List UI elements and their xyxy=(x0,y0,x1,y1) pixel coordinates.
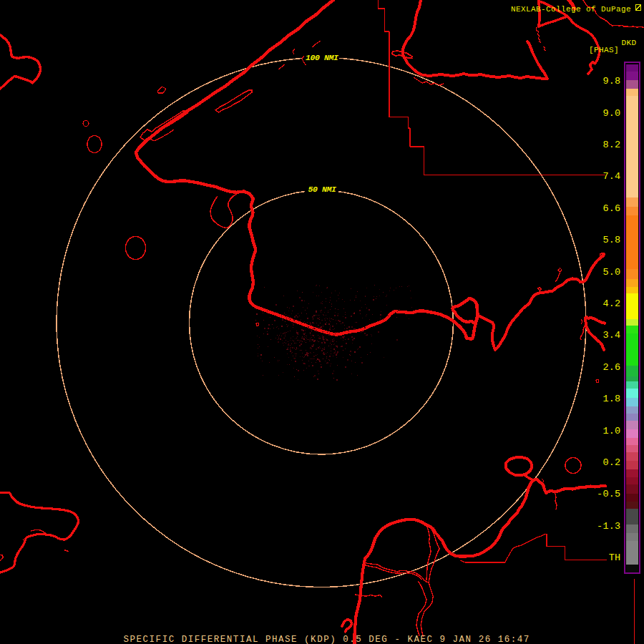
svg-text:1.0: 1.0 xyxy=(602,426,620,436)
svg-text:7.4: 7.4 xyxy=(602,171,620,182)
svg-text:[PHAS]: [PHAS] xyxy=(589,46,619,54)
svg-text:6.6: 6.6 xyxy=(602,203,620,214)
svg-text:TH: TH xyxy=(609,552,621,563)
svg-text:9.0: 9.0 xyxy=(602,108,620,119)
svg-text:DKD: DKD xyxy=(622,39,637,47)
svg-text:NEXLAB-College of DuPage: NEXLAB-College of DuPage xyxy=(511,5,631,14)
svg-text:3.4: 3.4 xyxy=(602,330,620,341)
svg-text:1.8: 1.8 xyxy=(602,394,620,404)
svg-text:2.6: 2.6 xyxy=(602,362,620,373)
svg-text:8.2: 8.2 xyxy=(602,140,620,150)
svg-text:SPECIFIC DIFFERENTIAL PHASE (K: SPECIFIC DIFFERENTIAL PHASE (KDP) 0.5 DE… xyxy=(124,635,530,644)
svg-text:4.2: 4.2 xyxy=(602,298,620,309)
svg-text:100 NMI: 100 NMI xyxy=(306,53,338,62)
svg-text:5.8: 5.8 xyxy=(602,235,620,245)
svg-text:5.0: 5.0 xyxy=(602,267,620,278)
svg-text:50 NMI: 50 NMI xyxy=(308,185,337,194)
svg-text:0.2: 0.2 xyxy=(602,457,620,468)
svg-text:-0.5: -0.5 xyxy=(597,489,620,499)
svg-text:-1.3: -1.3 xyxy=(597,521,620,532)
svg-text:9.8: 9.8 xyxy=(602,76,620,87)
